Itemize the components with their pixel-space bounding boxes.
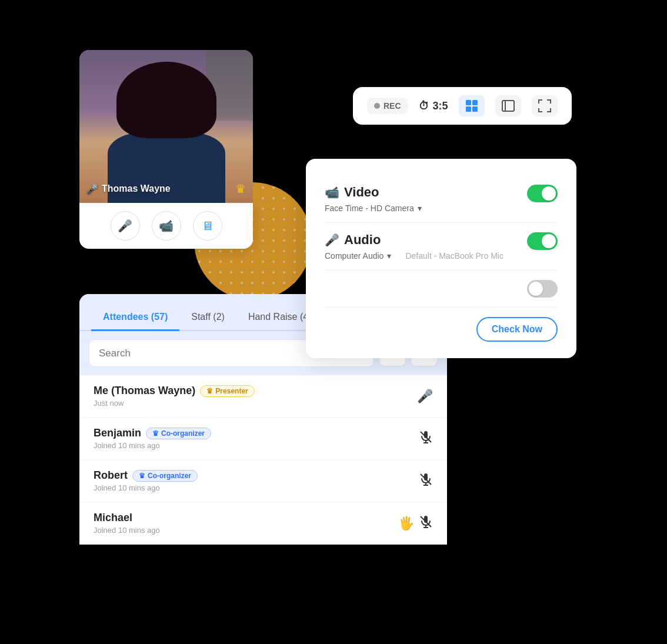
table-row: Robert ♛ Co-organizer Joined 10 mins ago <box>79 460 447 502</box>
coorganizer-badge: ♛ Co-organizer <box>132 470 198 482</box>
svg-rect-4 <box>502 101 514 111</box>
crown-badge-icon: ♛ <box>206 387 213 395</box>
timer-value: 3:5 <box>433 100 448 112</box>
svg-rect-1 <box>472 100 478 105</box>
tab-staff[interactable]: Staff (2) <box>179 305 236 331</box>
mic-status-on: 🎤 <box>417 389 433 404</box>
attendee-name: Benjamin ♛ Co-organizer <box>94 427 419 439</box>
svg-rect-2 <box>466 106 471 112</box>
audio-settings-row: 🎤 Audio Computer Audio ▾ Default - MacBo… <box>325 222 558 270</box>
record-button[interactable]: REC <box>367 98 408 114</box>
attendee-name: Robert ♛ Co-organizer <box>94 469 419 482</box>
audio-label-group: 🎤 Audio Computer Audio ▾ Default - MacBo… <box>325 232 503 261</box>
video-card: 🎤 Thomas Wayne ♛ 🎤 📹 🖥 <box>79 50 253 249</box>
attendee-list: Me (Thomas Wayne) ♛ Presenter Just now 🎤… <box>79 375 447 545</box>
rec-indicator <box>374 103 380 109</box>
extra-toggle[interactable] <box>527 280 558 298</box>
video-name-bar: 🎤 Thomas Wayne ♛ <box>86 182 246 196</box>
mic-status-off <box>419 472 433 490</box>
audio-toggle[interactable] <box>527 232 558 250</box>
chevron-down-icon-audio: ▾ <box>387 251 391 261</box>
attendee-info: Me (Thomas Wayne) ♛ Presenter Just now <box>94 385 417 408</box>
check-now-row: Check Now <box>325 307 558 342</box>
video-source-dropdown[interactable]: Face Time - HD Camera ▾ <box>325 203 422 213</box>
svg-rect-0 <box>466 100 471 105</box>
video-label-group: 📹 Video Face Time - HD Camera ▾ <box>325 185 422 213</box>
fullscreen-button[interactable] <box>532 95 558 116</box>
join-time: Joined 10 mins ago <box>94 526 398 535</box>
rec-label: REC <box>383 101 401 111</box>
presenter-badge: ♛ Presenter <box>200 385 254 397</box>
mic-status-off <box>419 515 433 532</box>
hand-raise-icon: 🖐 <box>398 516 414 531</box>
grid-view-button[interactable] <box>459 95 485 116</box>
video-toggle[interactable] <box>527 185 558 202</box>
timer-display: ⏱ 3:5 <box>419 100 448 112</box>
mic-icon: 🎤 <box>86 183 98 195</box>
screen-share-button[interactable]: 🖥 <box>193 211 222 241</box>
join-time: Joined 10 mins ago <box>94 483 419 492</box>
chevron-down-icon: ▾ <box>418 203 422 213</box>
layout-button[interactable] <box>495 95 521 116</box>
video-controls: 🎤 📹 🖥 <box>79 203 253 249</box>
audio-title: 🎤 Audio <box>325 232 503 248</box>
video-thumbnail: 🎤 Thomas Wayne ♛ <box>79 50 253 203</box>
video-cam-icon: 📹 <box>325 185 339 199</box>
join-time: Just now <box>94 399 417 408</box>
recording-bar: REC ⏱ 3:5 <box>353 87 572 125</box>
svg-rect-3 <box>472 106 478 112</box>
timer-icon: ⏱ <box>419 100 429 112</box>
audio-mic-icon: 🎤 <box>325 233 339 247</box>
join-time: Joined 10 mins ago <box>94 441 419 450</box>
crown-icon: ♛ <box>235 182 246 196</box>
attendee-info: Robert ♛ Co-organizer Joined 10 mins ago <box>94 469 419 492</box>
tab-attendees[interactable]: Attendees (57) <box>91 305 179 331</box>
coorganizer-badge: ♛ Co-organizer <box>146 428 211 439</box>
video-settings-row: 📹 Video Face Time - HD Camera ▾ <box>325 175 558 222</box>
attendee-name: Michael <box>94 512 398 524</box>
check-now-button[interactable]: Check Now <box>476 317 558 342</box>
attendee-info: Michael Joined 10 mins ago <box>94 512 398 535</box>
attendee-name-overlay: 🎤 Thomas Wayne <box>86 183 171 195</box>
video-title: 📹 Video <box>325 185 422 200</box>
settings-panel: 📹 Video Face Time - HD Camera ▾ 🎤 Audio … <box>306 159 576 358</box>
table-row: Benjamin ♛ Co-organizer Joined 10 mins a… <box>79 418 447 460</box>
audio-source-dropdown[interactable]: Computer Audio ▾ <box>325 251 391 261</box>
crown-badge-icon: ♛ <box>139 472 145 480</box>
attendee-name: Me (Thomas Wayne) ♛ Presenter <box>94 385 417 397</box>
table-row: Me (Thomas Wayne) ♛ Presenter Just now 🎤 <box>79 375 447 418</box>
mic-status-off <box>419 430 433 448</box>
camera-button[interactable]: 📹 <box>152 211 181 241</box>
crown-badge-icon: ♛ <box>152 429 159 438</box>
extra-settings-row <box>325 270 558 307</box>
attendee-info: Benjamin ♛ Co-organizer Joined 10 mins a… <box>94 427 419 450</box>
svg-rect-5 <box>505 101 506 111</box>
audio-mic-label: Default - MacBook Pro Mic <box>405 251 503 261</box>
table-row: Michael Joined 10 mins ago 🖐 <box>79 502 447 545</box>
mute-button[interactable]: 🎤 <box>111 211 140 241</box>
